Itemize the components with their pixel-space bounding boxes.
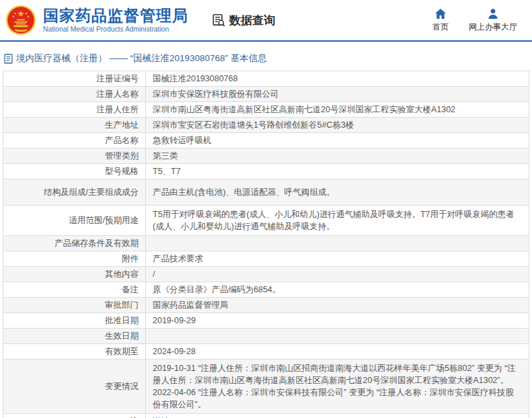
row-label: 生效日期 xyxy=(3,329,146,344)
row-value: 2019-10-31 “注册人住所：深圳市南山区招商街道南海大道以西花样年美年广… xyxy=(146,360,529,414)
site-header: 国家药品监督管理局 National Medical Products Admi… xyxy=(0,0,532,42)
row-label: 审批部门 xyxy=(3,298,146,313)
row-label: 批准日期 xyxy=(3,313,146,329)
table-row: 注册证编号国械注准20193080768 xyxy=(3,71,529,87)
info-table: 注册证编号国械注准20193080768注册人名称深圳市安保医疗科技股份有限公司… xyxy=(3,71,529,418)
table-row: 批准日期2019-09-29 xyxy=(3,313,529,329)
document-icon xyxy=(4,54,13,64)
nav-home-label: 首页 xyxy=(432,22,449,33)
user-icon xyxy=(487,8,499,19)
row-value: 2024-09-28 xyxy=(146,344,529,360)
row-label: 生产地址 xyxy=(3,118,146,133)
table-row: 生产地址深圳市宝安区石岩街道塘头1号路创维创新谷5#C栋3楼 xyxy=(3,118,529,133)
table-row: 产品储存条件及有效期 xyxy=(3,236,529,251)
nav-service-hall-label: 网上办事大厅 xyxy=(469,22,517,33)
table-row: 注详情 xyxy=(3,414,529,418)
row-value xyxy=(146,329,529,344)
row-label: 注 xyxy=(3,414,146,418)
row-label: 附件 xyxy=(3,251,146,267)
row-value: 详情 xyxy=(146,414,529,418)
row-label: 备注 xyxy=(3,282,146,298)
row-value: 产品技术要求 xyxy=(146,251,529,267)
row-value: 国家药品监督管理局 xyxy=(146,298,529,313)
row-value: 急救转运呼吸机 xyxy=(146,133,529,149)
row-value xyxy=(146,236,529,251)
row-label: 注册人名称 xyxy=(3,87,146,102)
table-row: 审批部门国家药品监督管理局 xyxy=(3,298,529,313)
row-label: 管理类别 xyxy=(3,149,146,164)
row-label: 结构及组成/主要组成成分 xyxy=(3,179,146,206)
agency-logo[interactable]: 国家药品监督管理局 National Medical Products Admi… xyxy=(5,5,188,36)
document-search-icon xyxy=(211,13,226,28)
data-query-tab[interactable]: 数据查询 xyxy=(211,13,275,28)
data-query-label: 数据查询 xyxy=(229,13,275,28)
agency-title: 国家药品监督管理局 xyxy=(43,7,188,24)
row-value: 第三类 xyxy=(146,149,529,164)
table-row: 附件产品技术要求 xyxy=(3,251,529,267)
row-label: 产品储存条件及有效期 xyxy=(3,236,146,251)
table-row: 其他内容/ xyxy=(3,267,529,282)
table-row: 适用范围/预期用途T5用于对呼吸衰竭的患者(成人、小儿和幼儿)进行通气辅助及呼吸… xyxy=(3,206,529,236)
row-label: 有效期至 xyxy=(3,344,146,360)
info-table-body: 注册证编号国械注准20193080768注册人名称深圳市安保医疗科技股份有限公司… xyxy=(3,71,529,418)
row-value: 产品由主机(含电池)、电源适配器、呼气阀组成。 xyxy=(146,179,529,206)
row-value: 原《分类目录》产品编码为6854。 xyxy=(146,282,529,298)
home-icon xyxy=(434,8,447,19)
row-label: 型号规格 xyxy=(3,164,146,179)
table-row: 管理类别第三类 xyxy=(3,149,529,164)
agency-subtitle: National Medical Products Administration xyxy=(43,26,188,33)
national-emblem-icon xyxy=(5,5,36,36)
row-value: 2019-09-29 xyxy=(146,313,529,329)
row-label: 其他内容 xyxy=(3,267,146,282)
row-label: 注册人住所 xyxy=(3,102,146,118)
row-label: 注册证编号 xyxy=(3,71,146,87)
table-row: 有效期至2024-09-28 xyxy=(3,344,529,360)
breadcrumb: 境内医疗器械（注册） —— “国械注准20193080768” 基本信息 xyxy=(4,52,528,65)
nav-home[interactable]: 首页 xyxy=(432,8,449,33)
nav-service-hall[interactable]: 网上办事大厅 xyxy=(469,8,517,33)
table-row: 注册人名称深圳市安保医疗科技股份有限公司 xyxy=(3,87,529,102)
row-label: 变更情况 xyxy=(3,360,146,414)
row-value: 深圳市安保医疗科技股份有限公司 xyxy=(146,87,529,102)
row-value: 深圳市宝安区石岩街道塘头1号路创维创新谷5#C栋3楼 xyxy=(146,118,529,133)
row-value: T5用于对呼吸衰竭的患者(成人、小儿和幼儿)进行通气辅助及呼吸支持。T7用于对呼… xyxy=(146,206,529,236)
table-row: 生效日期 xyxy=(3,329,529,344)
row-value: T5、T7 xyxy=(146,164,529,179)
table-row: 注册人住所深圳市南山区粤海街道高新区社区高新南七道20号深圳国家工程实验室大楼A… xyxy=(3,102,529,118)
row-label: 适用范围/预期用途 xyxy=(3,206,146,236)
page-title: 境内医疗器械（注册） —— “国械注准20193080768” 基本信息 xyxy=(16,52,267,65)
table-row: 结构及组成/主要组成成分产品由主机(含电池)、电源适配器、呼气阀组成。 xyxy=(3,179,529,206)
row-label: 产品名称 xyxy=(3,133,146,149)
table-row: 变更情况2019-10-31 “注册人住所：深圳市南山区招商街道南海大道以西花样… xyxy=(3,360,529,414)
row-value: 深圳市南山区粤海街道高新区社区高新南七道20号深圳国家工程实验室大楼A1302 xyxy=(146,102,529,118)
row-value: 国械注准20193080768 xyxy=(146,71,529,87)
table-row: 型号规格T5、T7 xyxy=(3,164,529,179)
top-nav: 首页 网上办事大厅 xyxy=(432,8,517,33)
row-value: / xyxy=(146,267,529,282)
table-row: 备注原《分类目录》产品编码为6854。 xyxy=(3,282,529,298)
table-row: 产品名称急救转运呼吸机 xyxy=(3,133,529,149)
